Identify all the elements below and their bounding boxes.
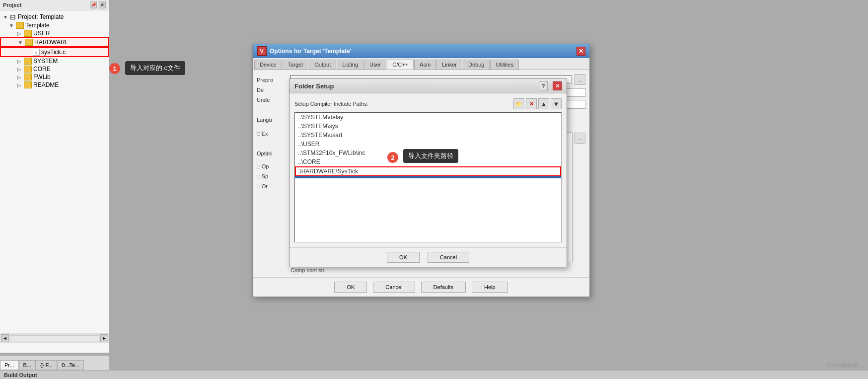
tree-core-label: CORE: [33, 66, 51, 73]
include-side-buttons: ...: [575, 133, 585, 262]
path-item-4[interactable]: ..\USER: [295, 140, 561, 149]
options-ok-btn[interactable]: OK: [334, 282, 367, 293]
tab-cpp[interactable]: C/C++: [387, 60, 414, 70]
tree-system[interactable]: ▷ SYSTEM: [0, 57, 109, 65]
folder-new-btn[interactable]: 📁: [513, 98, 524, 109]
label-or: □ Or: [257, 182, 287, 190]
tree-project-root[interactable]: ▼ ⊟ Project: Template: [0, 12, 109, 21]
annotation-tooltip-1: 导入对应的.c文件: [125, 61, 185, 75]
label-define: De: [257, 86, 287, 94]
tree-user[interactable]: ▷ USER: [0, 29, 109, 37]
folder-icon-core: [24, 66, 32, 73]
label-optimi: Optimi: [257, 150, 287, 157]
tree-systick[interactable]: ▷ c sysTick.c: [0, 47, 109, 57]
tree-fwlib-label: FWLib: [33, 74, 51, 80]
folder-cancel-btn[interactable]: Cancel: [428, 252, 469, 263]
tree-core[interactable]: ▷ CORE: [0, 65, 109, 73]
project-icon: ⊟: [10, 13, 16, 21]
bottom-tab-templates[interactable]: 0...Te...: [57, 360, 84, 370]
tab-utilities[interactable]: Utilities: [490, 60, 518, 70]
tab-output[interactable]: Output: [309, 60, 336, 70]
expand-icon-system: ▷: [16, 58, 23, 65]
folder-icon-template: [16, 22, 24, 29]
tree-readme[interactable]: ▷ README: [0, 81, 109, 89]
expand-icon-readme: ▷: [16, 81, 23, 88]
label-undef: Unde: [257, 96, 287, 104]
expand-icon-template: ▼: [8, 22, 15, 29]
bottom-tabs-bar: Pr... B... {} F... 0...Te...: [0, 355, 109, 370]
watermark: CSDN@软件...: [826, 362, 863, 369]
tree-template[interactable]: ▼ Template: [0, 21, 109, 29]
tree-hardware[interactable]: ▼ HARDWARE: [0, 37, 109, 47]
label-language: Langu: [257, 116, 287, 124]
folder-icon-system: [24, 58, 32, 65]
path-item-1[interactable]: ..\SYSTEM\delay: [295, 113, 561, 122]
label-prepro: Prepro: [257, 76, 287, 84]
folder-dialog-content: Setup Compiler Include Paths: 📁 ✕ ▲ ▼ ..…: [289, 93, 567, 247]
prepro-side-btn[interactable]: ...: [575, 74, 585, 85]
bottom-tab-build[interactable]: B...: [19, 360, 36, 370]
pin-button[interactable]: 📌: [90, 1, 97, 8]
horizontal-scrollbar[interactable]: ◄ ►: [0, 333, 109, 343]
folder-dialog-title-right: ? ✕: [539, 81, 562, 90]
tab-target[interactable]: Target: [283, 60, 309, 70]
tab-asm[interactable]: Asm: [414, 60, 436, 70]
panel-title: Project: [3, 2, 21, 8]
path-item-7[interactable]: .\HARDWARE\SysTick: [295, 166, 561, 176]
scroll-track[interactable]: [10, 335, 99, 341]
label-ex: □ Ex: [257, 130, 287, 138]
tree-user-label: USER: [33, 30, 50, 37]
path-item-2[interactable]: ..\SYSTEM\sys: [295, 122, 561, 131]
panel-title-actions: 📌 ✕: [90, 1, 106, 8]
scroll-right-btn[interactable]: ►: [100, 334, 108, 342]
keil-logo: V: [257, 46, 267, 56]
expand-icon-core: ▷: [16, 66, 23, 73]
tab-listing[interactable]: Listing: [337, 60, 363, 70]
project-root-label: Project: Template: [18, 13, 64, 20]
folder-dialog-title-bar: Folder Setup ? ✕: [289, 79, 567, 93]
tab-device[interactable]: Device: [254, 60, 282, 70]
expand-icon-user: ▷: [16, 30, 23, 37]
folder-up-btn[interactable]: ▲: [538, 98, 549, 109]
path-item-selected[interactable]: [295, 176, 561, 178]
folder-close-btn[interactable]: ✕: [553, 81, 562, 90]
options-dialog-title: Options for Target 'Template': [270, 48, 352, 55]
options-defaults-btn[interactable]: Defaults: [421, 282, 466, 293]
options-dialog-title-bar: V Options for Target 'Template' ✕: [253, 44, 589, 58]
tree-system-label: SYSTEM: [33, 58, 58, 65]
label-op: □ Op: [257, 162, 287, 170]
tree-readme-label: README: [33, 81, 59, 88]
folder-header-row: Setup Compiler Include Paths: 📁 ✕ ▲ ▼: [294, 98, 562, 109]
tree-template-label: Template: [25, 22, 50, 29]
build-output-label: Build Output: [0, 370, 868, 379]
folder-delete-btn[interactable]: ✕: [526, 98, 537, 109]
include-add-btn[interactable]: ...: [575, 133, 585, 144]
tab-debug[interactable]: Debug: [463, 60, 490, 70]
paths-list: ..\SYSTEM\delay ..\SYSTEM\sys ..\SYSTEM\…: [294, 112, 562, 242]
folder-help-btn[interactable]: ?: [539, 81, 548, 90]
folder-icon-user: [24, 30, 32, 37]
folder-header-label: Setup Compiler Include Paths:: [294, 101, 368, 107]
file-icon-systick: c: [33, 49, 40, 56]
options-help-btn[interactable]: Help: [472, 282, 508, 293]
options-dialog-close-btn[interactable]: ✕: [577, 47, 585, 56]
tab-user[interactable]: User: [364, 60, 386, 70]
panel-title-bar: Project 📌 ✕: [0, 0, 109, 10]
project-tree: ▼ ⊟ Project: Template ▼ Template ▷ USER …: [0, 10, 109, 353]
options-footer: OK Cancel Defaults Help: [253, 277, 589, 297]
folder-icon-readme: [24, 81, 32, 88]
folder-ok-btn[interactable]: OK: [387, 252, 420, 263]
tab-linker[interactable]: Linker: [436, 60, 462, 70]
tree-fwlib[interactable]: ▷ FWLib: [0, 73, 109, 81]
folder-setup-dialog: Folder Setup ? ✕ Setup Compiler Include …: [289, 78, 567, 267]
hardware-path-text: .\HARDWARE\SysTick: [298, 168, 358, 175]
scroll-left-btn[interactable]: ◄: [1, 334, 9, 342]
path-item-3[interactable]: ..\SYSTEM\usart: [295, 131, 561, 140]
annotation-badge-1: 1: [109, 63, 120, 74]
options-cancel-btn[interactable]: Cancel: [373, 282, 415, 293]
bottom-tab-files[interactable]: {} F...: [36, 360, 57, 370]
folder-icon-fwlib: [24, 74, 32, 80]
close-panel-button[interactable]: ✕: [99, 1, 106, 8]
folder-down-btn[interactable]: ▼: [551, 98, 562, 109]
bottom-tab-project[interactable]: Pr...: [0, 360, 19, 370]
